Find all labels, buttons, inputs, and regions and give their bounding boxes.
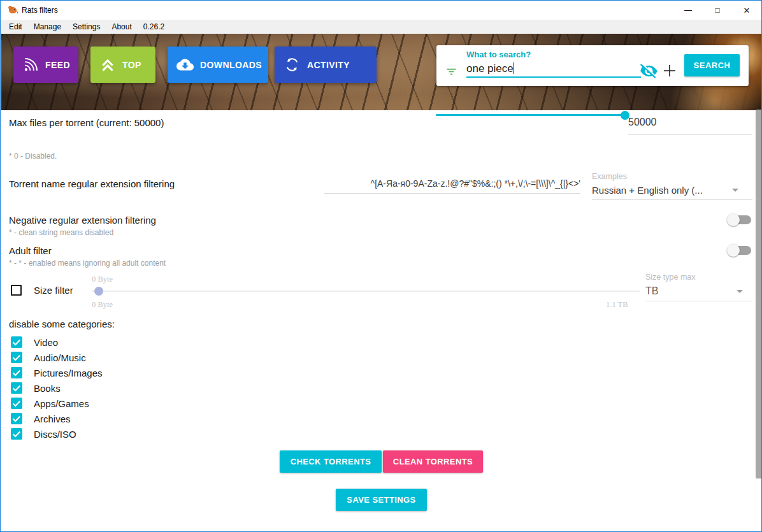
menu-about[interactable]: About xyxy=(106,20,137,34)
check-icon xyxy=(11,382,22,394)
size-type-label: Size type max xyxy=(645,273,696,282)
check-icon xyxy=(11,398,22,409)
size-type-select[interactable]: TB xyxy=(645,285,658,297)
adult-filter-toggle-knob[interactable] xyxy=(727,244,740,257)
category-checkbox-audio[interactable] xyxy=(11,352,22,363)
check-icon xyxy=(11,428,22,440)
app-rat-icon xyxy=(7,4,18,16)
menu-manage[interactable]: Manage xyxy=(28,20,67,34)
maximize-button[interactable]: □ xyxy=(703,1,732,20)
app-window: Rats filters — □ ✕ Edit Manage Settings … xyxy=(0,0,762,532)
examples-select[interactable]: Russian + English only (... xyxy=(592,185,703,196)
window-controls: — □ ✕ xyxy=(673,1,761,20)
feed-button[interactable]: FEED xyxy=(13,47,78,83)
add-tab-plus-icon[interactable] xyxy=(662,63,677,78)
save-settings-button[interactable]: SAVE SETTINGS xyxy=(336,489,427,511)
category-label-books: Books xyxy=(34,383,61,394)
max-files-note: * 0 - Disabled. xyxy=(9,152,57,161)
category-checkbox-archives[interactable] xyxy=(11,413,22,424)
menubar: Edit Manage Settings About 0.26.2 xyxy=(1,20,761,34)
category-checkbox-discs[interactable] xyxy=(11,428,22,440)
size-slider-max-value: 1.1 TB xyxy=(606,300,628,310)
categories-title: disable some categories: xyxy=(9,319,115,329)
adult-filter-label: Adult filter xyxy=(9,245,52,256)
check-icon xyxy=(11,352,22,363)
menu-edit[interactable]: Edit xyxy=(3,20,28,34)
category-label-pictures: Pictures/Images xyxy=(34,368,103,378)
negative-filter-label: Negative regular extension filtering xyxy=(9,215,156,226)
search-panel: What to search? one piece SEARCH xyxy=(436,45,749,86)
clean-torrents-button[interactable]: CLEAN TORRENTS xyxy=(383,450,483,473)
top-label: TOP xyxy=(122,60,141,70)
category-label-audio: Audio/Music xyxy=(34,352,86,363)
feed-icon xyxy=(22,57,39,73)
search-input-label: What to search? xyxy=(466,50,531,59)
category-label-discs: Discs/ISO xyxy=(34,429,76,440)
filter-icon xyxy=(445,66,457,78)
vertical-scrollbar-thumb[interactable] xyxy=(756,110,762,478)
regex-filter-input[interactable]: ^[А-Яа-я0-9A-Za-z.!@?#"$%&:;() *\+,\/;\-… xyxy=(287,178,580,189)
max-files-slider[interactable] xyxy=(436,113,628,118)
check-icon xyxy=(11,413,22,424)
max-files-label: Max files per torrent (current: 50000) xyxy=(9,117,164,128)
size-slider-thumb[interactable] xyxy=(94,287,103,296)
top-button[interactable]: TOP xyxy=(90,47,155,83)
examples-chevron-down-icon[interactable] xyxy=(732,189,738,192)
activity-icon xyxy=(284,56,301,73)
downloads-label: DOWNLOADS xyxy=(200,60,262,70)
category-label-apps: Apps/Games xyxy=(34,398,89,409)
search-input-underline xyxy=(466,76,641,78)
check-torrents-button[interactable]: CHECK TORRENTS xyxy=(280,450,382,473)
size-filter-slider[interactable] xyxy=(92,287,640,295)
negative-filter-note: * - clean string means disabled xyxy=(9,228,113,237)
feed-label: FEED xyxy=(45,60,70,70)
negative-filter-toggle-knob[interactable] xyxy=(727,213,740,226)
titlebar: Rats filters — □ ✕ xyxy=(1,1,761,20)
minimize-button[interactable]: — xyxy=(673,1,703,20)
examples-select-underline xyxy=(592,199,752,200)
menu-version[interactable]: 0.26.2 xyxy=(138,20,170,34)
category-checkbox-video[interactable] xyxy=(11,336,22,348)
close-button[interactable]: ✕ xyxy=(732,1,761,20)
window-title: Rats filters xyxy=(22,1,58,20)
activity-button[interactable]: ACTIVITY xyxy=(275,47,377,83)
max-files-input-underline xyxy=(628,134,752,135)
negative-filter-toggle[interactable] xyxy=(728,215,751,224)
downloads-button[interactable]: DOWNLOADS xyxy=(168,47,268,83)
size-slider-track xyxy=(92,291,640,292)
category-label-archives: Archives xyxy=(34,413,71,424)
size-type-chevron-down-icon[interactable] xyxy=(737,290,743,293)
adult-filter-note: * - * - enabled means ignoring all adult… xyxy=(9,259,166,268)
examples-label: Examples xyxy=(592,172,627,181)
activity-label: ACTIVITY xyxy=(307,60,350,70)
top-icon xyxy=(99,57,116,73)
check-icon xyxy=(11,367,22,378)
category-checkbox-apps[interactable] xyxy=(11,398,22,409)
regex-filter-label: Torrent name regular extension filtering xyxy=(9,178,175,189)
max-files-slider-track xyxy=(436,114,628,116)
size-slider-top-value: 0 Byte xyxy=(92,275,113,284)
search-input[interactable]: one piece xyxy=(466,62,514,75)
category-checkbox-books[interactable] xyxy=(11,382,22,394)
downloads-icon xyxy=(176,56,194,73)
search-input-value: one piece xyxy=(466,62,514,75)
category-label-video: Video xyxy=(34,337,58,348)
search-button[interactable]: SEARCH xyxy=(684,54,740,76)
header-banner: FEED TOP DOWNLOADS ACTIVITY xyxy=(1,34,762,110)
category-checkbox-pictures[interactable] xyxy=(11,367,22,378)
size-filter-checkbox[interactable] xyxy=(11,285,22,296)
adult-filter-toggle[interactable] xyxy=(728,246,751,255)
max-files-input[interactable]: 50000 xyxy=(628,117,752,128)
size-type-underline xyxy=(645,301,752,301)
text-caret xyxy=(514,62,514,74)
size-filter-label: Size filter xyxy=(34,285,73,296)
safe-search-eye-off-icon[interactable] xyxy=(640,62,658,80)
menu-settings[interactable]: Settings xyxy=(67,20,106,34)
check-icon xyxy=(11,336,22,348)
regex-input-underline xyxy=(324,193,580,194)
size-slider-bottom-value: 0 Byte xyxy=(92,300,113,310)
